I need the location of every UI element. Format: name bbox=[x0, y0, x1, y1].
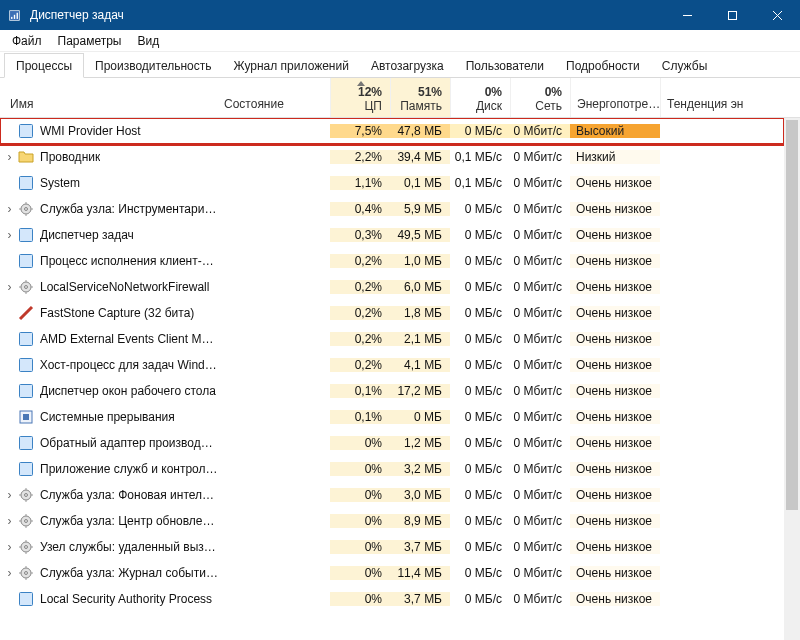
process-name: Приложение служб и контрол… bbox=[40, 462, 218, 476]
expand-icon[interactable]: › bbox=[3, 280, 16, 294]
process-name: Обратный адаптер производ… bbox=[40, 436, 213, 450]
tab-6[interactable]: Службы bbox=[651, 54, 718, 77]
net-cell: 0 Мбит/с bbox=[510, 462, 570, 476]
svg-point-19 bbox=[25, 286, 28, 289]
process-icon bbox=[18, 435, 34, 451]
mem-cell: 39,4 МБ bbox=[390, 150, 450, 164]
net-cell: 0 Мбит/с bbox=[510, 592, 570, 606]
disk-total: 0% bbox=[485, 85, 502, 99]
column-energy[interactable]: Энергопотре… bbox=[570, 78, 660, 117]
table-row[interactable]: Системные прерывания0,1%0 МБ0 МБ/с0 Мбит… bbox=[0, 404, 784, 430]
minimize-button[interactable] bbox=[665, 0, 710, 30]
svg-rect-2 bbox=[13, 14, 14, 18]
expand-icon[interactable]: › bbox=[3, 488, 16, 502]
process-name: WMI Provider Host bbox=[40, 124, 141, 138]
process-name: FastStone Capture (32 бита) bbox=[40, 306, 194, 320]
process-name: Служба узла: Центр обновлен… bbox=[40, 514, 220, 528]
net-cell: 0 Мбит/с bbox=[510, 566, 570, 580]
expand-icon[interactable]: › bbox=[3, 540, 16, 554]
close-button[interactable] bbox=[755, 0, 800, 30]
energy-cell: Очень низкое bbox=[570, 488, 660, 502]
table-row[interactable]: ›Проводник2,2%39,4 МБ0,1 МБ/с0 Мбит/сНиз… bbox=[0, 144, 784, 170]
tab-1[interactable]: Производительность bbox=[84, 54, 222, 77]
cpu-cell: 0,2% bbox=[330, 358, 390, 372]
tab-3[interactable]: Автозагрузка bbox=[360, 54, 455, 77]
disk-cell: 0 МБ/с bbox=[450, 566, 510, 580]
table-row[interactable]: ›Служба узла: Журнал событи…0%11,4 МБ0 М… bbox=[0, 560, 784, 586]
column-trend[interactable]: Тенденция эн bbox=[660, 78, 800, 117]
menu-view[interactable]: Вид bbox=[129, 31, 167, 51]
energy-cell: Очень низкое bbox=[570, 332, 660, 346]
cpu-cell: 0% bbox=[330, 488, 390, 502]
menu-options[interactable]: Параметры bbox=[50, 31, 130, 51]
svg-point-11 bbox=[25, 208, 28, 211]
mem-cell: 49,5 МБ bbox=[390, 228, 450, 242]
process-name: Диспетчер окон рабочего стола bbox=[40, 384, 216, 398]
table-row[interactable]: Local Security Authority Process0%3,7 МБ… bbox=[0, 586, 784, 612]
process-name-cell: Приложение служб и контрол… bbox=[0, 461, 220, 477]
table-row[interactable]: Обратный адаптер производ…0%1,2 МБ0 МБ/с… bbox=[0, 430, 784, 456]
cpu-cell: 0,2% bbox=[330, 254, 390, 268]
column-cpu[interactable]: 12% ЦП bbox=[330, 78, 390, 117]
mem-cell: 5,9 МБ bbox=[390, 202, 450, 216]
net-cell: 0 Мбит/с bbox=[510, 384, 570, 398]
column-disk[interactable]: 0% Диск bbox=[450, 78, 510, 117]
expand-icon[interactable]: › bbox=[3, 150, 16, 164]
expand-icon[interactable]: › bbox=[3, 566, 16, 580]
process-name: Проводник bbox=[40, 150, 100, 164]
mem-cell: 1,8 МБ bbox=[390, 306, 450, 320]
process-name-cell: ›Узел службы: удаленный выз… bbox=[0, 539, 220, 555]
table-row[interactable]: ›Служба узла: Центр обновлен…0%8,9 МБ0 М… bbox=[0, 508, 784, 534]
column-name[interactable]: Имя bbox=[0, 78, 220, 117]
table-row[interactable]: Процесс исполнения клиент-…0,2%1,0 МБ0 М… bbox=[0, 248, 784, 274]
scrollbar-thumb[interactable] bbox=[786, 120, 798, 510]
tab-4[interactable]: Пользователи bbox=[455, 54, 555, 77]
table-row[interactable]: ›Узел службы: удаленный выз…0%3,7 МБ0 МБ… bbox=[0, 534, 784, 560]
process-name: System bbox=[40, 176, 80, 190]
tab-2[interactable]: Журнал приложений bbox=[223, 54, 360, 77]
table-row[interactable]: WMI Provider Host7,5%47,8 МБ0 МБ/с0 Мбит… bbox=[0, 118, 784, 144]
tab-0[interactable]: Процессы bbox=[4, 53, 84, 78]
table-row[interactable]: ›Служба узла: Фоновая интелл…0%3,0 МБ0 М… bbox=[0, 482, 784, 508]
disk-cell: 0 МБ/с bbox=[450, 228, 510, 242]
mem-cell: 2,1 МБ bbox=[390, 332, 450, 346]
table-row[interactable]: Диспетчер окон рабочего стола0,1%17,2 МБ… bbox=[0, 378, 784, 404]
disk-cell: 0 МБ/с bbox=[450, 124, 510, 138]
expand-icon[interactable]: › bbox=[3, 202, 16, 216]
process-name: Хост-процесс для задач Windo… bbox=[40, 358, 220, 372]
mem-label: Память bbox=[400, 99, 442, 113]
disk-cell: 0 МБ/с bbox=[450, 202, 510, 216]
process-name: Диспетчер задач bbox=[40, 228, 134, 242]
process-icon bbox=[18, 227, 34, 243]
expand-icon[interactable]: › bbox=[3, 228, 16, 242]
table-row[interactable]: Приложение служб и контрол…0%3,2 МБ0 МБ/… bbox=[0, 456, 784, 482]
table-row[interactable]: Хост-процесс для задач Windo…0,2%4,1 МБ0… bbox=[0, 352, 784, 378]
menu-file[interactable]: Файл bbox=[4, 31, 50, 51]
disk-cell: 0 МБ/с bbox=[450, 514, 510, 528]
table-row[interactable]: System1,1%0,1 МБ0,1 МБ/с0 Мбит/сОчень ни… bbox=[0, 170, 784, 196]
column-network[interactable]: 0% Сеть bbox=[510, 78, 570, 117]
expand-icon[interactable]: › bbox=[3, 514, 16, 528]
process-name-cell: ›Служба узла: Центр обновлен… bbox=[0, 513, 220, 529]
table-row[interactable]: ›Служба узла: Инструментари…0,4%5,9 МБ0 … bbox=[0, 196, 784, 222]
energy-cell: Очень низкое bbox=[570, 436, 660, 450]
mem-cell: 3,7 МБ bbox=[390, 540, 450, 554]
cpu-cell: 0,1% bbox=[330, 384, 390, 398]
net-cell: 0 Мбит/с bbox=[510, 514, 570, 528]
table-row[interactable]: FastStone Capture (32 бита)0,2%1,8 МБ0 М… bbox=[0, 300, 784, 326]
process-name-cell: Local Security Authority Process bbox=[0, 591, 220, 607]
maximize-button[interactable] bbox=[710, 0, 755, 30]
process-icon bbox=[18, 201, 34, 217]
table-row[interactable]: ›Диспетчер задач0,3%49,5 МБ0 МБ/с0 Мбит/… bbox=[0, 222, 784, 248]
cpu-cell: 0% bbox=[330, 592, 390, 606]
process-icon bbox=[18, 357, 34, 373]
column-status[interactable]: Состояние bbox=[220, 78, 330, 117]
column-memory[interactable]: 51% Память bbox=[390, 78, 450, 117]
scrollbar[interactable] bbox=[784, 118, 800, 640]
net-cell: 0 Мбит/с bbox=[510, 254, 570, 268]
cpu-cell: 0,3% bbox=[330, 228, 390, 242]
table-row[interactable]: AMD External Events Client Mo…0,2%2,1 МБ… bbox=[0, 326, 784, 352]
tab-5[interactable]: Подробности bbox=[555, 54, 651, 77]
process-name: Системные прерывания bbox=[40, 410, 175, 424]
table-row[interactable]: ›LocalServiceNoNetworkFirewall0,2%6,0 МБ… bbox=[0, 274, 784, 300]
